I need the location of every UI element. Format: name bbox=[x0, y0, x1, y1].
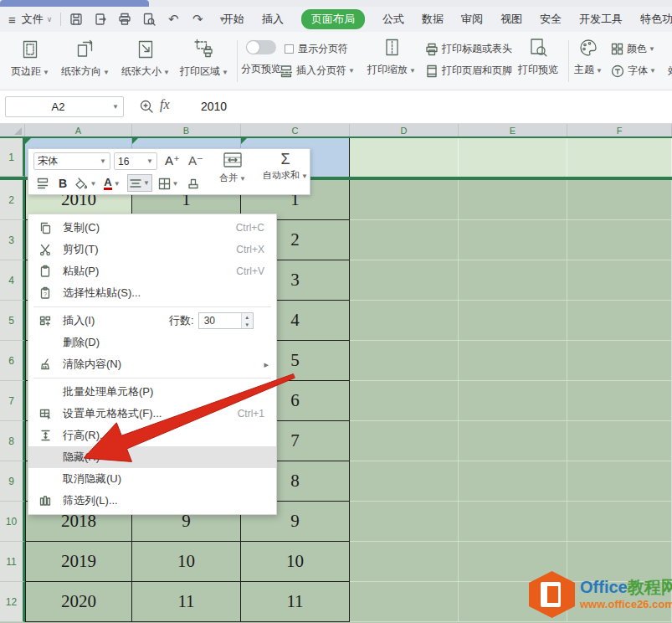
cell-E8[interactable] bbox=[459, 421, 567, 461]
styles-brush-button[interactable] bbox=[184, 175, 203, 192]
menu-item-批量处理单元格P[interactable]: 批量处理单元格(P) bbox=[28, 381, 276, 403]
column-header-B[interactable]: B bbox=[132, 124, 241, 136]
cell-F5[interactable] bbox=[567, 301, 672, 341]
cell-F6[interactable] bbox=[567, 341, 672, 381]
save-icon[interactable] bbox=[68, 11, 85, 28]
font-color-button[interactable]: A▼ bbox=[100, 175, 124, 192]
cell-F9[interactable] bbox=[567, 461, 672, 502]
print-preview-icon[interactable] bbox=[141, 11, 157, 28]
print-scaling-button[interactable]: 打印缩放▼ bbox=[367, 35, 417, 77]
row-header-6[interactable]: 6 bbox=[0, 341, 25, 381]
column-header-A[interactable]: A bbox=[25, 124, 132, 136]
cell-E2[interactable] bbox=[459, 180, 567, 220]
export-icon[interactable] bbox=[92, 11, 109, 28]
shrink-font-button[interactable]: A⁻ bbox=[186, 152, 206, 170]
cell-F4[interactable] bbox=[567, 260, 672, 301]
bold-button[interactable]: B bbox=[54, 175, 71, 192]
spin-up-icon[interactable]: ▲ bbox=[242, 313, 253, 321]
checkbox-icon[interactable] bbox=[285, 44, 294, 54]
tab-开发工具[interactable]: 开发工具 bbox=[579, 12, 623, 27]
cell-D3[interactable] bbox=[350, 220, 459, 260]
cell-F7[interactable] bbox=[567, 381, 672, 421]
cell-E3[interactable] bbox=[459, 220, 567, 260]
cell-C11[interactable]: 10 bbox=[241, 542, 350, 582]
menu-item-取消隐藏U[interactable]: 取消隐藏(U) bbox=[28, 468, 276, 490]
cell-A11[interactable]: 2019 bbox=[25, 542, 132, 582]
cell-D11[interactable] bbox=[350, 542, 459, 582]
print-header-footer-button[interactable]: 打印页眉和页脚 bbox=[425, 64, 512, 78]
row-header-5[interactable]: 5 bbox=[0, 301, 25, 341]
tab-插入[interactable]: 插入 bbox=[262, 12, 284, 27]
toggle-off-icon[interactable] bbox=[246, 40, 276, 54]
cell-E6[interactable] bbox=[459, 341, 567, 381]
menu-item-粘贴P[interactable]: 粘贴(P)Ctrl+V bbox=[28, 260, 276, 282]
fx-button[interactable]: fx bbox=[160, 97, 170, 112]
merge-cells-button[interactable]: 合并▼ bbox=[209, 152, 256, 184]
cell-F8[interactable] bbox=[567, 421, 672, 461]
cell-F10[interactable] bbox=[567, 502, 672, 542]
row-header-12[interactable]: 12 bbox=[0, 582, 25, 622]
menu-item-删除D[interactable]: 删除(D) bbox=[28, 332, 276, 353]
cell-D7[interactable] bbox=[350, 381, 459, 421]
fill-color-button[interactable]: ▼ bbox=[74, 175, 97, 192]
cell-D6[interactable] bbox=[350, 341, 459, 381]
print-preview-button[interactable]: 打印预览 bbox=[515, 35, 562, 77]
printer-icon[interactable] bbox=[116, 11, 133, 28]
cell-F3[interactable] bbox=[567, 220, 672, 260]
row-header-9[interactable]: 9 bbox=[0, 461, 25, 502]
zoom-magnifier-icon[interactable] bbox=[138, 98, 155, 118]
menu-item-剪切T[interactable]: 剪切(T)Ctrl+X bbox=[28, 239, 276, 260]
theme-button[interactable]: 主题▼ bbox=[572, 35, 604, 77]
column-header-E[interactable]: E bbox=[459, 124, 567, 136]
paper-size-button[interactable]: 纸张大小▼ bbox=[119, 37, 172, 79]
autosum-button[interactable]: Σ 自动求和▼ bbox=[261, 151, 310, 182]
insert-page-break-button[interactable]: 插入分页符▼ bbox=[280, 64, 355, 78]
row-header-7[interactable]: 7 bbox=[0, 381, 25, 421]
font-size-combo[interactable]: 16▼ bbox=[114, 152, 157, 170]
cell-D4[interactable] bbox=[350, 260, 459, 301]
borders-button[interactable]: ▼ bbox=[156, 175, 181, 192]
column-header-D[interactable]: D bbox=[350, 124, 459, 136]
tab-数据[interactable]: 数据 bbox=[422, 12, 444, 27]
redo-icon[interactable]: ↷ bbox=[189, 11, 206, 28]
tab-开始[interactable]: 开始 bbox=[223, 12, 244, 27]
tab-页面布局[interactable]: 页面布局 bbox=[301, 9, 365, 29]
cell-E4[interactable] bbox=[459, 260, 567, 301]
document-tab-fragment[interactable] bbox=[0, 0, 149, 7]
cell-B12[interactable]: 11 bbox=[132, 582, 241, 622]
menu-item-设置单元格格式F[interactable]: 设置单元格格式(F)...Ctrl+1 bbox=[28, 403, 276, 425]
row-header-3[interactable]: 3 bbox=[0, 220, 25, 260]
row-header-11[interactable]: 11 bbox=[0, 542, 25, 582]
cell-E7[interactable] bbox=[459, 381, 567, 421]
menu-item-清除内容N[interactable]: 清除内容(N)▸ bbox=[28, 353, 276, 375]
cell-D1[interactable] bbox=[350, 138, 459, 177]
row-header-2[interactable]: 2 bbox=[0, 180, 25, 220]
grow-font-button[interactable]: A⁺ bbox=[162, 152, 182, 170]
name-box-dropdown-icon[interactable]: ▼ bbox=[112, 103, 119, 111]
print-area-button[interactable]: 打印区域▼ bbox=[177, 37, 231, 79]
cell-F1[interactable] bbox=[567, 138, 672, 177]
spin-down-icon[interactable]: ▼ bbox=[242, 321, 253, 328]
format-painter-button[interactable] bbox=[33, 175, 52, 192]
menu-item-筛选列L[interactable]: 筛选列(L)... bbox=[28, 490, 276, 512]
tab-审阅[interactable]: 审阅 bbox=[461, 12, 483, 27]
cell-E5[interactable] bbox=[459, 301, 567, 341]
cell-D5[interactable] bbox=[350, 301, 459, 341]
menu-item-插入I[interactable]: 插入(I)行数:30▲▼ bbox=[28, 310, 276, 332]
menu-item-隐藏H[interactable]: 隐藏(H) bbox=[28, 446, 276, 468]
cell-F2[interactable] bbox=[567, 180, 672, 220]
cell-D8[interactable] bbox=[350, 421, 459, 461]
cell-E10[interactable] bbox=[459, 502, 567, 542]
cell-C12[interactable]: 11 bbox=[241, 582, 350, 622]
column-header-F[interactable]: F bbox=[567, 124, 672, 136]
hamburger-menu-icon[interactable]: ≡ bbox=[8, 13, 16, 27]
cell-B11[interactable]: 10 bbox=[132, 542, 241, 582]
alignment-button[interactable]: ▼ bbox=[127, 174, 152, 192]
file-menu[interactable]: 文件 bbox=[22, 12, 44, 27]
show-page-breaks-checkbox[interactable]: 显示分页符 bbox=[285, 42, 348, 56]
cell-D2[interactable] bbox=[350, 180, 459, 220]
font-name-combo[interactable]: 宋体▼ bbox=[33, 152, 110, 170]
font-button[interactable]: 字体▼ 效 bbox=[611, 64, 672, 78]
orientation-button[interactable]: 纸张方向▼ bbox=[59, 37, 112, 79]
tab-公式[interactable]: 公式 bbox=[382, 12, 404, 27]
